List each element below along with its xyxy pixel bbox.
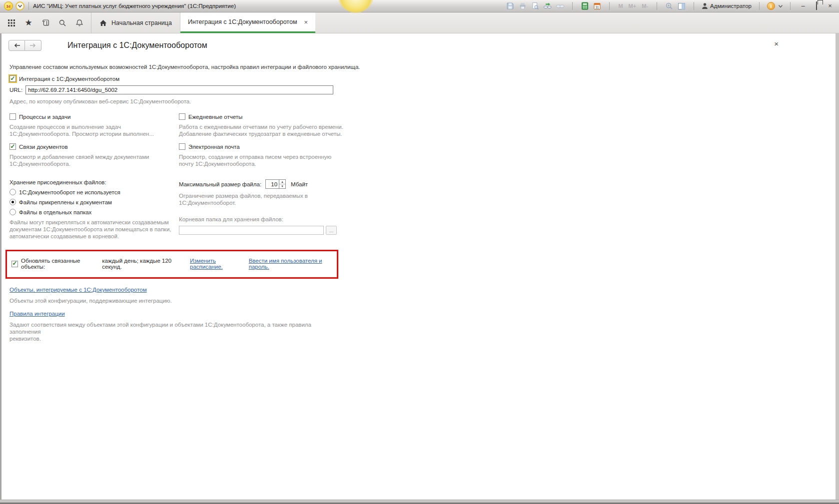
email-label[interactable]: Электронная почта <box>188 144 240 150</box>
1c-logo-icon[interactable]: 1с <box>4 1 13 10</box>
feature-doc-links: ✓ Связи документов Просмотр и добавление… <box>9 143 179 167</box>
processes-label[interactable]: Процессы и задачи <box>19 114 70 120</box>
check-icon: ✓ <box>12 260 17 266</box>
doc-links-label[interactable]: Связи документов <box>19 144 68 150</box>
storage-section-label: Хранение присоединенных файлов: <box>9 179 179 185</box>
max-size-unit: Мбайт <box>291 181 308 187</box>
tab-close-icon[interactable]: × <box>304 18 308 26</box>
search-button[interactable] <box>54 12 71 33</box>
sync-schedule-text: каждый день; каждые 120 секунд. <box>102 258 183 270</box>
chevron-down-icon <box>18 4 22 7</box>
print-icon[interactable] <box>518 2 527 10</box>
tab-integration-label: Интеграция с 1С:Документооборотом <box>188 18 297 25</box>
integration-checkbox[interactable]: ✓ <box>9 75 16 82</box>
email-checkbox[interactable] <box>179 143 185 150</box>
radio-files-attached[interactable] <box>9 199 16 205</box>
window-titlebar: 1с АИС "ИМЦ: Учет платных услуг бюджетно… <box>0 0 839 12</box>
split-view-icon[interactable] <box>677 2 686 10</box>
max-size-stepper: ▲ ▼ <box>265 179 286 189</box>
history-scroll-icon <box>41 18 50 27</box>
calendar-icon[interactable]: 31 <box>593 2 602 10</box>
feature-email: Электронная почта Просмотр, создание и о… <box>179 143 836 167</box>
forward-button[interactable] <box>25 40 41 51</box>
send-link-icon[interactable] <box>556 2 565 10</box>
tab-integration[interactable]: Интеграция с 1С:Документооборотом × <box>180 12 315 33</box>
save-icon[interactable] <box>506 2 515 10</box>
memory-recall-button[interactable]: M <box>617 3 624 9</box>
divider <box>790 2 791 10</box>
check-icon: ✓ <box>10 143 15 149</box>
storage-options: Хранение присоединенных файлов: 1С:Докум… <box>9 179 179 240</box>
minimize-button[interactable]: – <box>798 2 808 9</box>
window-bottom-frame <box>0 500 839 504</box>
divider <box>609 2 610 10</box>
radio-dm-not-used-label[interactable]: 1С:Документооборот не используется <box>19 189 120 195</box>
check-icon: ✓ <box>10 75 15 81</box>
stepper-down-icon[interactable]: ▼ <box>279 184 285 188</box>
integration-rules-desc: Задают соответствия между объектами этой… <box>9 321 329 342</box>
radio-files-attached-label[interactable]: Файлы прикреплены к документам <box>19 199 112 205</box>
sync-checkbox[interactable]: ✓ <box>11 261 18 267</box>
doc-links-desc: Просмотр и добавление связей между докум… <box>9 153 179 167</box>
main-menu-button[interactable] <box>3 12 20 33</box>
form-area: × Интеграция с 1С:Документооборотом Упра… <box>0 33 839 500</box>
notifications-button[interactable] <box>71 12 88 33</box>
stepper-up-icon[interactable]: ▲ <box>279 180 285 184</box>
url-label: URL: <box>9 87 22 93</box>
radio-files-folders[interactable] <box>9 209 16 215</box>
arrow-right-icon <box>29 43 36 48</box>
doc-links-checkbox[interactable]: ✓ <box>9 143 16 150</box>
tab-home-label: Начальная страница <box>111 19 172 26</box>
processes-desc: Создание процессов и выполнение задач 1С… <box>9 123 179 137</box>
sync-settings-annotation-box: ✓ Обновлять связанные объекты: каждый де… <box>5 250 338 279</box>
integrated-objects-link[interactable]: Объекты, интегрируемые с 1С:Документообо… <box>9 287 147 293</box>
storage-limits: Максимальный размер файла: ▲ ▼ Мбайт Огр… <box>179 179 836 240</box>
radio-dm-not-used[interactable] <box>9 189 16 195</box>
change-schedule-link[interactable]: Изменить расписание. <box>190 258 244 270</box>
current-user-button[interactable]: Администратор <box>702 2 752 9</box>
print-preview-icon[interactable] <box>531 2 540 10</box>
restore-button[interactable] <box>812 2 822 9</box>
history-button[interactable] <box>37 12 54 33</box>
close-window-button[interactable]: × <box>825 2 835 9</box>
enter-credentials-link[interactable]: Ввести имя пользователя и пароль. <box>249 258 334 270</box>
divider <box>759 2 760 10</box>
tab-home[interactable]: Начальная страница <box>91 12 180 33</box>
application-window: 1с АИС "ИМЦ: Учет платных услуг бюджетно… <box>0 0 839 504</box>
memory-add-button[interactable]: M+ <box>628 3 638 9</box>
sync-checkbox-label[interactable]: Обновлять связанные объекты: <box>21 258 96 270</box>
daily-reports-checkbox[interactable] <box>179 113 185 120</box>
system-menu-button[interactable] <box>15 1 24 10</box>
root-folder-input[interactable] <box>179 226 324 235</box>
memory-subtract-button[interactable]: M- <box>641 3 649 9</box>
home-icon <box>99 19 107 26</box>
form-intro-text: Управление составом используемых возможн… <box>9 64 836 70</box>
storage-desc: Файлы могут прикрепляться к автоматическ… <box>9 219 179 240</box>
integration-rules-link[interactable]: Правила интеграции <box>9 311 65 317</box>
max-size-input[interactable] <box>266 180 279 188</box>
calculator-icon[interactable] <box>580 2 589 10</box>
daily-reports-label[interactable]: Ежедневные отчеты <box>188 114 242 120</box>
max-size-label: Максимальный размер файла: <box>179 181 261 187</box>
url-hint: Адрес, по которому опубликован веб-серви… <box>9 98 836 104</box>
processes-checkbox[interactable] <box>9 113 16 120</box>
back-button[interactable] <box>8 40 25 51</box>
email-desc: Просмотр, создание и отправка писем чере… <box>179 153 836 167</box>
url-input[interactable] <box>25 85 333 94</box>
integrated-objects-desc: Объекты этой конфигурации, поддерживающи… <box>9 297 836 304</box>
restore-icon <box>816 1 817 10</box>
zoom-icon[interactable] <box>665 2 674 10</box>
svg-text:31: 31 <box>596 5 600 9</box>
dropdown-caret-icon[interactable] <box>779 5 783 7</box>
info-icon[interactable]: i <box>767 2 775 10</box>
arrow-left-icon <box>13 43 20 48</box>
divider <box>572 2 573 10</box>
attach-link-icon[interactable] <box>543 2 552 10</box>
integration-checkbox-label[interactable]: Интеграция с 1С:Документооборотом <box>19 76 119 82</box>
form-close-icon[interactable]: × <box>774 40 779 47</box>
radio-files-folders-label[interactable]: Файлы в отдельных папках <box>19 209 91 215</box>
toolbar-tabbar: ★ Начальная страница Интеграция с 1С:Док… <box>0 12 839 33</box>
feature-daily-reports: Ежедневные отчеты Работа с ежедневными о… <box>179 113 836 137</box>
favorites-button[interactable]: ★ <box>20 12 37 33</box>
browse-button[interactable]: ... <box>326 226 337 235</box>
